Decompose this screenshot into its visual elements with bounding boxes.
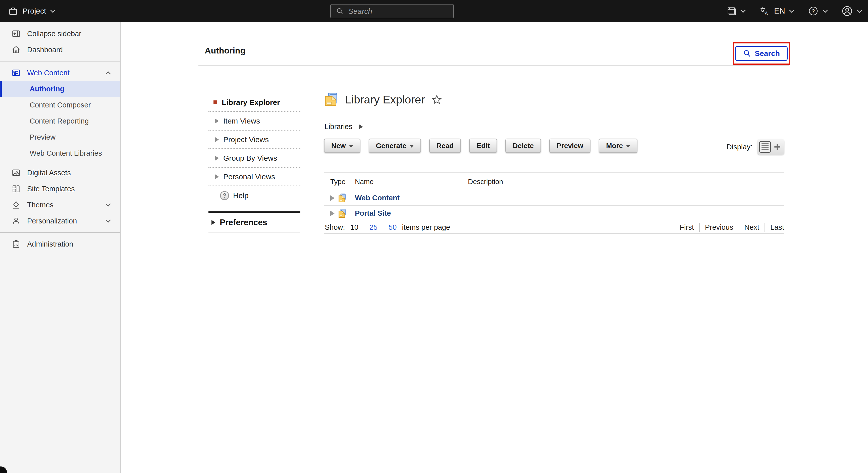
sidebar-item-dashboard[interactable]: Dashboard [0, 42, 120, 58]
page-size-option[interactable]: 25 [369, 223, 377, 231]
last-page-link[interactable]: Last [770, 223, 784, 231]
authoring-nav: Library Explorer Item Views Project View… [209, 93, 300, 232]
sidebar-item-content-composer[interactable]: Content Composer [0, 97, 120, 113]
nav-item-personal-views[interactable]: Personal Views [209, 168, 300, 186]
separator [739, 223, 739, 232]
sidebar-item-site-templates[interactable]: Site Templates [0, 181, 120, 197]
separator [364, 223, 364, 232]
next-page-link[interactable]: Next [744, 223, 760, 231]
sidebar-item-web-content-libraries[interactable]: Web Content Libraries [0, 145, 120, 161]
previous-page-link[interactable]: Previous [705, 223, 733, 231]
collapse-sidebar-label: Collapse sidebar [27, 30, 82, 38]
sidebar-item-label: Administration [27, 240, 73, 248]
sidebar-item-administration[interactable]: Administration [0, 236, 120, 252]
nav-item-library-explorer[interactable]: Library Explorer [209, 93, 300, 112]
explorer-title: Library Explorer [345, 93, 425, 106]
search-icon [336, 7, 344, 15]
collapse-sidebar-icon [11, 29, 21, 38]
library-folder-icon [324, 92, 339, 107]
breadcrumb[interactable]: Libraries [324, 123, 363, 131]
sidebar-item-label: Digital Assets [27, 169, 71, 177]
add-view-icon[interactable] [772, 141, 782, 153]
star-icon[interactable] [432, 94, 442, 105]
search-button[interactable]: Search [735, 46, 787, 61]
nav-item-label: Preferences [220, 218, 267, 227]
sidebar-item-authoring[interactable]: Authoring [0, 81, 120, 97]
nav-item-help[interactable]: Help [209, 186, 300, 205]
preview-button[interactable]: Preview [549, 138, 590, 153]
sidebar-item-themes[interactable]: Themes [0, 197, 120, 213]
nav-item-preferences[interactable]: Preferences [209, 213, 300, 232]
help-menu[interactable]: ? [808, 5, 827, 17]
sidebar-item-label: Web Content [27, 69, 100, 77]
expand-arrow-icon [215, 137, 219, 142]
global-search-input[interactable] [348, 7, 448, 15]
chevron-down-icon [105, 217, 111, 222]
nav-item-project-views[interactable]: Project Views [209, 131, 300, 149]
toolbar-buttons: New Generate Read Edit Delete Preview Mo… [324, 138, 638, 153]
language-code: EN [774, 6, 785, 15]
sidebar-item-personalization[interactable]: Personalization [0, 213, 120, 229]
app-switcher-menu[interactable] [726, 6, 745, 16]
first-page-link[interactable]: First [680, 223, 694, 231]
help-icon: ? [808, 5, 819, 17]
nav-item-item-views[interactable]: Item Views [209, 112, 300, 131]
column-header-type: Type [330, 178, 355, 186]
list-view-icon[interactable] [759, 141, 771, 153]
page-size-selector: Show: 10 25 50 items per page [324, 223, 450, 232]
button-label: Delete [513, 142, 534, 150]
search-button-label: Search [755, 49, 780, 58]
generate-button[interactable]: Generate [369, 138, 421, 153]
user-avatar-icon [841, 5, 853, 17]
header-divider [198, 66, 789, 66]
preferences-section: Preferences [209, 211, 300, 232]
project-label: Project [23, 7, 46, 15]
delete-button[interactable]: Delete [505, 138, 541, 153]
button-label: Preview [557, 142, 583, 150]
user-menu[interactable] [841, 5, 862, 17]
sidebar-item-digital-assets[interactable]: Digital Assets [0, 165, 120, 181]
separator [699, 223, 700, 232]
personalization-icon [11, 216, 21, 225]
svg-text:A: A [765, 11, 768, 16]
sidebar-item-web-content[interactable]: Web Content [0, 65, 120, 81]
separator [765, 223, 765, 232]
more-button[interactable]: More [599, 138, 638, 153]
button-label: More [606, 142, 623, 150]
sidebar-item-preview[interactable]: Preview [0, 129, 120, 145]
libraries-table: Type Name Description Web Content [324, 172, 784, 234]
expand-arrow-icon [215, 174, 219, 179]
button-label: Read [436, 142, 454, 150]
library-link[interactable]: Portal Site [355, 209, 468, 217]
table-row[interactable]: Portal Site [324, 206, 784, 221]
new-button[interactable]: New [324, 138, 361, 153]
active-bullet-icon [214, 100, 217, 104]
read-button[interactable]: Read [429, 138, 461, 153]
expand-row-icon[interactable] [330, 195, 335, 201]
table-row[interactable]: Web Content [324, 191, 784, 206]
collapse-sidebar-button[interactable]: Collapse sidebar [0, 26, 120, 42]
expand-arrow-icon [212, 220, 215, 225]
expand-arrow-icon [215, 119, 219, 124]
expand-row-icon[interactable] [330, 211, 335, 216]
page-size-option[interactable]: 50 [389, 223, 397, 231]
project-menu[interactable]: Project [8, 0, 55, 22]
column-header-description: Description [468, 178, 784, 186]
chevron-down-icon [789, 7, 795, 12]
page-size-current: 10 [350, 223, 359, 231]
language-menu[interactable]: A EN [759, 6, 794, 16]
library-link[interactable]: Web Content [355, 194, 468, 202]
nav-item-group-by-views[interactable]: Group By Views [209, 149, 300, 168]
sidebar-item-label: Site Templates [27, 185, 75, 193]
nav-item-label: Help [233, 191, 249, 200]
nav-item-label: Personal Views [223, 172, 275, 181]
edit-button[interactable]: Edit [469, 138, 497, 153]
search-button-highlight-annotation: Search [733, 42, 790, 65]
global-search-box[interactable] [330, 4, 454, 18]
explorer-toolbar: New Generate Read Edit Delete Preview Mo… [324, 138, 784, 155]
explorer-title-row: Library Explorer [324, 92, 442, 107]
sidebar-item-content-reporting[interactable]: Content Reporting [0, 113, 120, 129]
button-label: Generate [376, 142, 406, 150]
sidebar-subitem-label: Web Content Libraries [30, 149, 102, 157]
button-label: Edit [476, 142, 490, 150]
